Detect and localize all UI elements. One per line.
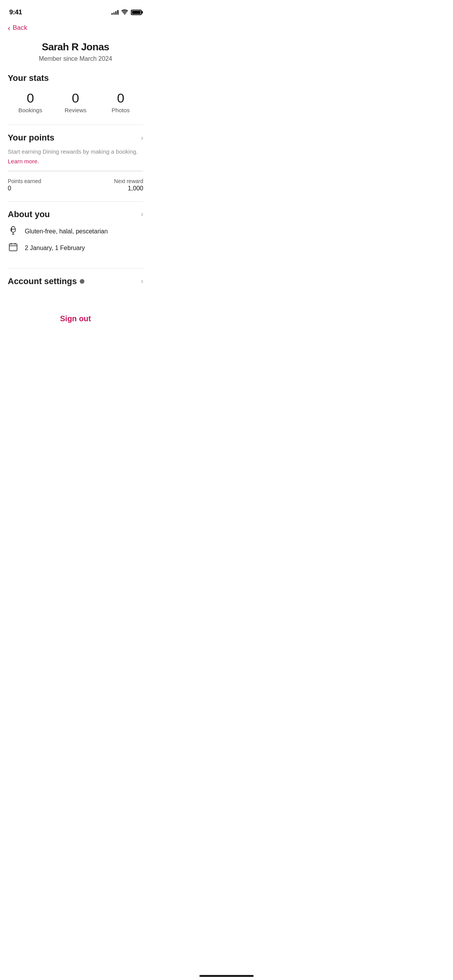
dietary-item: Gluten-free, halal, pescetarian bbox=[8, 226, 143, 237]
about-section: About you › Gluten-free, halal, pescetar… bbox=[0, 202, 151, 268]
account-settings-section: Account settings › bbox=[0, 269, 151, 294]
bookings-value: 0 bbox=[8, 91, 53, 105]
next-reward-group: Next reward 1,000 bbox=[114, 178, 143, 192]
dates-item: 2 January, 1 February bbox=[8, 243, 143, 254]
about-title: About you bbox=[8, 209, 50, 219]
points-header[interactable]: Your points › bbox=[8, 133, 143, 143]
wifi-icon bbox=[121, 9, 128, 16]
sign-out-section: Sign out bbox=[0, 294, 151, 343]
points-row: Points earned 0 Next reward 1,000 bbox=[8, 178, 143, 192]
stat-bookings: 0 Bookings bbox=[8, 91, 53, 114]
stats-grid: 0 Bookings 0 Reviews 0 Photos bbox=[8, 91, 143, 114]
back-label: Back bbox=[13, 24, 27, 32]
dietary-icon bbox=[8, 226, 19, 237]
stat-reviews: 0 Reviews bbox=[53, 91, 98, 114]
account-title-container: Account settings bbox=[8, 276, 84, 286]
sign-out-button[interactable]: Sign out bbox=[45, 310, 106, 328]
photos-value: 0 bbox=[98, 91, 143, 105]
points-progress-bar bbox=[8, 170, 143, 172]
battery-icon bbox=[131, 10, 142, 15]
profile-header: Sarah R Jonas Member since March 2024 bbox=[0, 35, 151, 73]
about-chevron-icon: › bbox=[141, 210, 143, 218]
stats-section: Your stats 0 Bookings 0 Reviews 0 Photos bbox=[0, 73, 151, 125]
points-earned-group: Points earned 0 bbox=[8, 178, 41, 192]
back-button[interactable]: ‹ Back bbox=[8, 24, 27, 32]
points-description: Start earning Dining rewards by making a… bbox=[8, 147, 143, 156]
reviews-value: 0 bbox=[53, 91, 98, 105]
status-time: 9:41 bbox=[9, 9, 22, 16]
learn-more-link[interactable]: Learn more. bbox=[8, 158, 39, 164]
bookings-label: Bookings bbox=[18, 107, 42, 113]
notification-dot bbox=[80, 279, 84, 284]
member-since: Member since March 2024 bbox=[8, 55, 143, 62]
nav-bar: ‹ Back bbox=[0, 19, 151, 35]
points-desc-text: Start earning Dining rewards by making a… bbox=[8, 148, 138, 155]
signal-icon bbox=[112, 10, 118, 15]
account-title: Account settings bbox=[8, 276, 77, 286]
account-chevron-icon: › bbox=[141, 277, 143, 285]
stat-photos: 0 Photos bbox=[98, 91, 143, 114]
profile-name: Sarah R Jonas bbox=[8, 41, 143, 53]
dates-text: 2 January, 1 February bbox=[25, 245, 85, 252]
points-title: Your points bbox=[8, 133, 55, 143]
points-earned-value: 0 bbox=[8, 185, 41, 192]
calendar-icon bbox=[8, 243, 19, 254]
account-settings-header[interactable]: Account settings › bbox=[8, 276, 143, 286]
status-icons bbox=[112, 9, 142, 16]
svg-rect-3 bbox=[9, 244, 17, 251]
photos-label: Photos bbox=[112, 107, 130, 113]
about-header[interactable]: About you › bbox=[8, 209, 143, 219]
next-reward-value: 1,000 bbox=[114, 185, 143, 192]
stats-title: Your stats bbox=[8, 73, 143, 83]
back-chevron-icon: ‹ bbox=[8, 24, 10, 32]
status-bar: 9:41 bbox=[0, 0, 151, 19]
reviews-label: Reviews bbox=[65, 107, 87, 113]
dietary-text: Gluten-free, halal, pescetarian bbox=[25, 228, 108, 235]
points-chevron-icon: › bbox=[141, 134, 143, 142]
points-earned-label: Points earned bbox=[8, 178, 41, 184]
next-reward-label: Next reward bbox=[114, 178, 143, 184]
points-section: Your points › Start earning Dining rewar… bbox=[0, 125, 151, 201]
